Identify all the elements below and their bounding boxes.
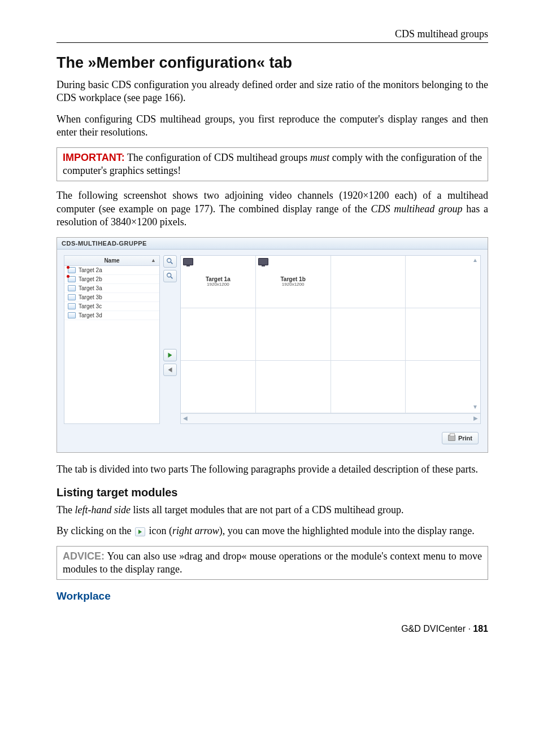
- grid-cell[interactable]: [331, 361, 406, 413]
- advice-callout: ADVICE: You can also use »drag and drop«…: [56, 546, 488, 580]
- monitor-icon: [68, 267, 76, 273]
- monitor-icon: [68, 312, 76, 318]
- target-list: Name ▲ Target 2a Target 2b Target 3a Tar…: [64, 255, 160, 424]
- scroll-down-icon[interactable]: ▼: [472, 404, 478, 410]
- monitor-icon: [258, 258, 268, 265]
- important-callout: IMPORTANT: The configuration of CDS mult…: [56, 147, 488, 182]
- monitor-icon: [68, 276, 76, 282]
- display-grid: ▲ Target 1a 1920x1200 Targe: [180, 255, 481, 424]
- grid-cell[interactable]: Target 1b 1920x1200: [256, 256, 331, 308]
- cell-resolution: 1920x1200: [206, 282, 231, 287]
- screenshot-intro: The following screenshot shows two adjoi…: [56, 189, 488, 229]
- print-button-label: Print: [458, 435, 472, 442]
- list-item[interactable]: Target 3a: [64, 284, 159, 293]
- list-item-label: Target 2a: [79, 267, 102, 273]
- list-item[interactable]: Target 3c: [64, 302, 159, 311]
- list-item-label: Target 3c: [79, 303, 102, 309]
- list-item[interactable]: Target 2a: [64, 266, 159, 275]
- sort-arrow-icon: ▲: [151, 257, 156, 263]
- intro-paragraph-2: When configuring CDS multihead groups, y…: [56, 113, 488, 139]
- important-text-em: must: [310, 152, 329, 163]
- grid-cell[interactable]: [181, 308, 256, 360]
- list-header[interactable]: Name ▲: [64, 256, 159, 266]
- section-header: CDS multihead groups: [56, 28, 488, 40]
- svg-marker-4: [168, 352, 172, 357]
- move-left-button[interactable]: [163, 364, 177, 376]
- monitor-icon: [68, 303, 76, 309]
- list-header-label: Name: [104, 257, 119, 264]
- svg-point-0: [167, 258, 171, 262]
- grid-cell[interactable]: [256, 361, 331, 413]
- listing-p2-a: By clicking on the: [56, 525, 134, 536]
- monitor-icon: [68, 285, 76, 291]
- svg-line-3: [171, 276, 173, 278]
- cell-resolution: 1920x1200: [280, 282, 305, 287]
- header-rule: [56, 42, 488, 43]
- advice-label: ADVICE:: [63, 550, 105, 562]
- listing-p2-c: ), you can move the highlighted module i…: [219, 525, 475, 536]
- list-item-label: Target 2b: [79, 276, 102, 282]
- printer-icon: [448, 435, 455, 441]
- search-button-lower[interactable]: [163, 270, 177, 282]
- list-item-label: Target 3d: [79, 312, 102, 318]
- monitor-icon: [183, 258, 193, 265]
- magnifier-icon: [166, 257, 174, 265]
- footer-product: G&D DVICenter ·: [401, 624, 473, 633]
- horizontal-scrollbar[interactable]: ◀ ▶: [181, 413, 480, 423]
- search-button-upper[interactable]: [163, 255, 177, 268]
- list-item-label: Target 3b: [79, 294, 102, 300]
- tab-description: The tab is divided into two parts The fo…: [56, 463, 488, 476]
- listing-p1-b: lists all target modules that are not pa…: [131, 504, 404, 515]
- arrow-right-icon: [166, 351, 174, 359]
- important-label: IMPORTANT:: [63, 152, 125, 163]
- scroll-right-icon[interactable]: ▶: [473, 415, 478, 421]
- grid-cell[interactable]: [331, 256, 406, 308]
- print-button[interactable]: Print: [442, 432, 479, 444]
- list-item[interactable]: Target 3b: [64, 293, 159, 302]
- magnifier-icon: [166, 272, 174, 280]
- panel-title: CDS-MULTIHEAD-GRUPPE: [57, 238, 488, 250]
- listing-p2-b: icon (: [146, 525, 172, 536]
- grid-cell[interactable]: [406, 256, 480, 308]
- subheading-workplace: Workplace: [56, 590, 488, 602]
- list-item[interactable]: Target 2b: [64, 275, 159, 284]
- list-item-label: Target 3a: [79, 285, 102, 291]
- listing-p1-a: The: [56, 504, 75, 515]
- arrow-right-icon: [135, 527, 145, 536]
- intro-paragraph-1: During basic CDS configuration you alrea…: [56, 78, 488, 105]
- move-right-button[interactable]: [163, 349, 177, 361]
- advice-text: You can also use »drag and drop« mouse o…: [63, 550, 482, 575]
- scroll-left-icon[interactable]: ◀: [183, 415, 188, 421]
- grid-cell[interactable]: [181, 361, 256, 413]
- config-panel: CDS-MULTIHEAD-GRUPPE Name ▲ Target 2a Ta…: [56, 237, 488, 453]
- page-title: The »Member configuration« tab: [56, 54, 488, 72]
- footer-page-number: 181: [473, 624, 488, 633]
- grid-cell[interactable]: [256, 308, 331, 360]
- listing-p1-em: left-hand side: [75, 504, 130, 515]
- grid-cell[interactable]: [406, 308, 480, 360]
- subheading-listing: Listing target modules: [56, 486, 488, 499]
- grid-cell[interactable]: [331, 308, 406, 360]
- listing-paragraph-2: By clicking on the icon (right arrow), y…: [56, 525, 488, 537]
- listing-paragraph-1: The left-hand side lists all target modu…: [56, 504, 488, 517]
- grid-cell[interactable]: [406, 361, 480, 413]
- listing-p2-em: right arrow: [172, 525, 219, 536]
- page-footer: G&D DVICenter · 181: [56, 624, 488, 634]
- svg-line-1: [171, 261, 173, 264]
- list-item[interactable]: Target 3d: [64, 311, 159, 320]
- svg-point-2: [167, 273, 171, 277]
- important-text-a: The configuration of CDS multihead group…: [125, 152, 310, 163]
- screenshot-intro-em: CDS multihead group: [371, 203, 463, 215]
- grid-cell[interactable]: Target 1a 1920x1200: [181, 256, 256, 308]
- arrow-left-icon: [166, 366, 174, 374]
- svg-marker-5: [168, 367, 172, 372]
- button-column: [162, 255, 178, 424]
- monitor-icon: [68, 294, 76, 300]
